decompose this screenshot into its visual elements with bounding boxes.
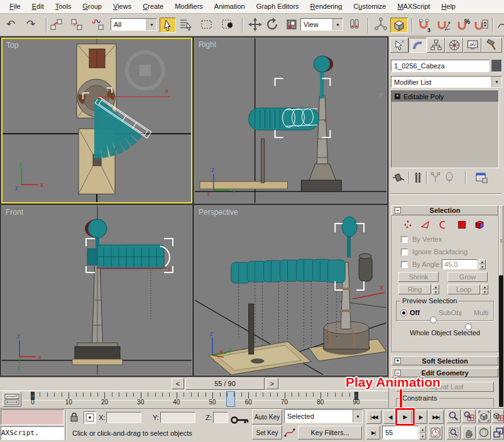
chevron-down-icon[interactable]: ▼ xyxy=(353,410,363,423)
menu-graph-editors[interactable]: Graph Editors xyxy=(251,0,305,13)
selection-rollout-header[interactable]: −Selection xyxy=(392,205,498,215)
key-filters-button[interactable]: Key Filters... xyxy=(298,426,362,439)
zoom-button[interactable] xyxy=(447,409,461,423)
mini-curve-editor-button[interactable] xyxy=(3,392,21,407)
tab-utilities[interactable] xyxy=(481,38,502,53)
panel-scrollbar-thumb[interactable] xyxy=(499,205,503,276)
window-crossing-icon[interactable] xyxy=(221,18,236,33)
ring-spinner[interactable]: ▲▼ xyxy=(432,284,439,294)
select-object-button[interactable] xyxy=(160,18,176,33)
select-and-move-icon[interactable] xyxy=(248,18,263,33)
percent-snap-icon[interactable]: % xyxy=(456,18,471,33)
menu-customize[interactable]: Customize xyxy=(348,0,392,13)
modifier-list-dropdown[interactable]: Modifier List▼ xyxy=(391,76,502,88)
chevron-down-icon[interactable]: ▼ xyxy=(332,19,342,30)
vertex-subobject-icon[interactable] xyxy=(402,219,415,230)
current-frame-field[interactable]: 55 xyxy=(382,426,419,439)
ignore-backfacing-checkbox[interactable] xyxy=(401,249,408,256)
x-coord-field[interactable] xyxy=(106,412,141,423)
pin-stack-icon[interactable] xyxy=(392,171,406,184)
min-max-toggle-button[interactable] xyxy=(492,426,504,439)
viewport-right[interactable]: x y z y x Right xyxy=(194,38,387,203)
object-color-swatch[interactable] xyxy=(491,60,502,72)
border-subobject-icon[interactable] xyxy=(437,219,450,230)
collapse-minus-icon[interactable]: − xyxy=(395,207,401,213)
previous-frame-slider-button[interactable]: < xyxy=(172,378,184,389)
by-vertex-checkbox[interactable] xyxy=(401,236,408,243)
polygon-subobject-icon[interactable] xyxy=(456,219,469,230)
perspective-viewport-canvas[interactable]: x z x y xyxy=(195,206,386,375)
arc-rotate-button[interactable] xyxy=(477,426,491,439)
chevron-down-icon[interactable]: ▼ xyxy=(491,77,501,87)
shrink-button[interactable]: Shrink xyxy=(398,272,439,282)
right-viewport-canvas[interactable]: x y z y x xyxy=(195,38,386,203)
default-tangents-icon[interactable] xyxy=(284,426,295,439)
y-coord-field[interactable] xyxy=(160,412,195,423)
grow-button[interactable]: Grow xyxy=(447,272,488,282)
zoom-region-button[interactable] xyxy=(447,426,461,439)
zoom-extents-all-button[interactable] xyxy=(492,409,504,423)
show-end-result-icon[interactable] xyxy=(412,171,424,184)
select-and-link-icon[interactable] xyxy=(50,18,65,33)
menu-group[interactable]: Group xyxy=(77,0,107,13)
tab-modify[interactable] xyxy=(408,38,427,53)
select-and-manipulate-icon[interactable] xyxy=(374,18,389,33)
select-by-name-icon[interactable] xyxy=(179,18,194,33)
undo-icon[interactable]: ↶ xyxy=(6,18,21,33)
menu-modifiers[interactable]: Modifiers xyxy=(169,0,209,13)
key-mode-toggle-button[interactable]: ▶| xyxy=(366,426,380,439)
loop-spinner[interactable]: ▲▼ xyxy=(481,284,488,294)
selection-region-icon[interactable] xyxy=(200,18,215,33)
by-angle-checkbox[interactable] xyxy=(401,261,408,268)
pan-hand-button[interactable] xyxy=(462,426,476,439)
selection-set-dropdown[interactable]: Selected▼ xyxy=(284,409,363,423)
by-angle-spinner[interactable]: ▲▼ xyxy=(479,259,486,269)
chevron-down-icon[interactable]: ▼ xyxy=(146,19,156,30)
absolute-offset-toggle-icon[interactable] xyxy=(84,411,96,424)
timeline-ruler[interactable]: 0102030405060708090 xyxy=(23,391,388,408)
tab-display[interactable] xyxy=(463,38,481,53)
modifier-stack[interactable]: + Editable Poly xyxy=(391,90,499,168)
set-key-key-icon[interactable] xyxy=(230,412,250,428)
preview-subobj-radio[interactable] xyxy=(430,316,437,323)
menu-help[interactable]: Help xyxy=(436,0,461,13)
use-pivot-center-icon[interactable] xyxy=(348,18,363,33)
next-frame-slider-button[interactable]: > xyxy=(266,378,278,389)
maxscript-listener-pink[interactable] xyxy=(1,409,64,425)
edge-subobject-icon[interactable] xyxy=(420,219,432,230)
by-angle-field[interactable]: 45,0 xyxy=(442,259,478,269)
tab-create[interactable] xyxy=(390,38,408,53)
snap-3d-icon[interactable]: 3 xyxy=(417,18,432,33)
zoom-extents-button[interactable] xyxy=(477,409,491,423)
unlink-selection-icon[interactable] xyxy=(70,18,85,33)
menu-views[interactable]: Views xyxy=(107,0,137,13)
loop-button[interactable]: Loop xyxy=(447,284,480,294)
z-coord-field[interactable] xyxy=(213,412,228,423)
zoom-all-button[interactable] xyxy=(462,409,476,423)
expand-plus-icon[interactable]: + xyxy=(395,358,401,364)
ring-button[interactable]: Ring xyxy=(398,284,431,294)
soft-selection-rollout-header[interactable]: +Soft Selection xyxy=(392,356,498,365)
toolbar-partial-icon[interactable] xyxy=(496,18,504,33)
spinner-snap-icon[interactable] xyxy=(473,18,488,33)
tab-hierarchy[interactable] xyxy=(427,38,445,53)
expand-plus-icon[interactable]: + xyxy=(395,94,400,99)
goto-start-button[interactable]: |◀◀ xyxy=(366,410,381,424)
stack-item-editable-poly[interactable]: + Editable Poly xyxy=(392,91,498,102)
menu-rendering[interactable]: Rendering xyxy=(305,0,348,13)
configure-modifier-sets-icon[interactable] xyxy=(475,171,488,184)
menu-file[interactable]: File xyxy=(4,0,26,13)
next-frame-button[interactable]: |▶ xyxy=(414,410,427,424)
viewport-front[interactable]: x z x y Front xyxy=(1,205,192,375)
make-unique-icon[interactable] xyxy=(430,171,441,184)
auto-key-button[interactable]: Auto Key xyxy=(252,409,282,424)
menu-create[interactable]: Create xyxy=(137,0,169,13)
menu-edit[interactable]: Edit xyxy=(26,0,50,13)
selection-lock-icon[interactable] xyxy=(68,411,81,424)
time-configuration-button[interactable] xyxy=(429,426,442,439)
top-viewport-canvas[interactable]: x y x z xyxy=(3,39,191,202)
object-name-field[interactable]: 1_0256_Cabeza xyxy=(391,60,490,72)
snaps-toggle-button[interactable] xyxy=(390,18,408,33)
coord-system-dropdown[interactable]: View▼ xyxy=(300,18,343,31)
preview-off-radio[interactable] xyxy=(400,310,407,316)
